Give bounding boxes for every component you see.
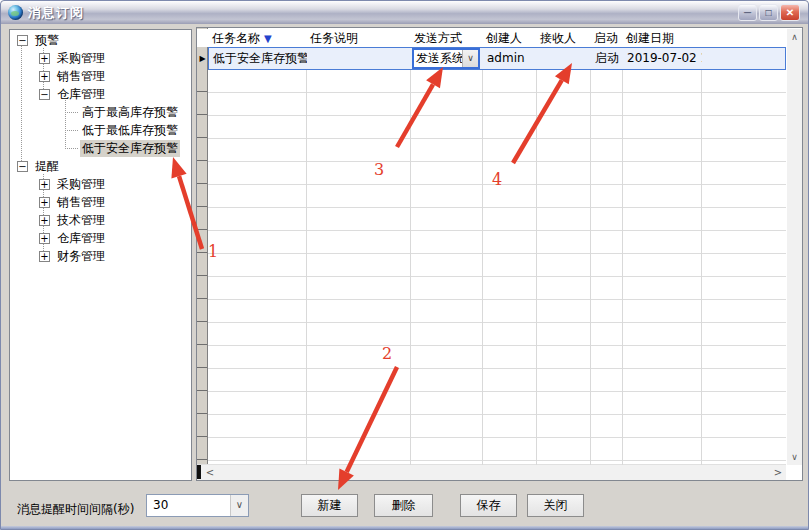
tree-connector	[65, 112, 78, 113]
horizontal-scrollbar[interactable]: < >	[197, 464, 786, 480]
app-globe-icon	[8, 5, 23, 20]
scroll-up-icon[interactable]: ∧	[787, 29, 802, 45]
tree-item-label[interactable]: 销售管理	[55, 68, 107, 85]
task-grid[interactable]: ▶ 任务名称▼任务说明发送方式创建人接收人启动创建日期 低于安全库存预警发送系统…	[196, 27, 803, 481]
collapse-icon[interactable]: −	[17, 161, 28, 172]
expand-icon[interactable]: +	[39, 233, 50, 244]
tree-item-remind[interactable]: −提醒	[10, 158, 189, 175]
tree-item-remind-tech[interactable]: +技术管理	[10, 212, 189, 229]
send-method-value: 发送系统	[414, 50, 462, 67]
tree-item-label[interactable]: 低于最低库存预警	[80, 122, 180, 139]
tree-item-remind-warehouse[interactable]: +仓库管理	[10, 230, 189, 247]
expand-icon[interactable]: +	[39, 71, 50, 82]
tree-item-label[interactable]: 仓库管理	[55, 86, 107, 103]
send-method-combobox[interactable]: 发送系统∨	[412, 48, 480, 69]
sort-desc-icon: ▼	[264, 33, 272, 44]
tree-item-warning-warehouse[interactable]: −仓库管理	[10, 86, 189, 103]
column-header-extra[interactable]	[701, 29, 786, 47]
expand-icon[interactable]: +	[39, 197, 50, 208]
cell-extra[interactable]	[702, 48, 787, 69]
scrollbar-splitter[interactable]	[197, 465, 201, 479]
expand-icon[interactable]: +	[39, 215, 50, 226]
grid-header: 任务名称▼任务说明发送方式创建人接收人启动创建日期	[197, 29, 787, 47]
message-subscription-dialog: 消息订阅 ─ □ ✕ −预警+采购管理+销售管理−仓库管理高于最高库存预警低于最…	[0, 0, 809, 530]
grid-column-line	[536, 47, 537, 465]
tree-item-warning-purchase[interactable]: +采购管理	[10, 50, 189, 67]
collapse-icon[interactable]: −	[17, 35, 28, 46]
tree-item-label[interactable]: 采购管理	[55, 176, 107, 193]
interval-combobox[interactable]: 30 ∨	[146, 494, 249, 517]
tree-item-remind-purchase[interactable]: +采购管理	[10, 176, 189, 193]
grid-empty-rows	[208, 70, 786, 465]
grid-column-line	[410, 47, 411, 465]
column-header-create_date[interactable]: 创建日期	[622, 29, 701, 47]
close-window-button[interactable]: ✕	[780, 4, 800, 21]
message-tree[interactable]: −预警+采购管理+销售管理−仓库管理高于最高库存预警低于最低库存预警低于安全库存…	[9, 29, 192, 481]
column-header-label: 任务说明	[310, 30, 358, 47]
tree-item-label[interactable]: 提醒	[33, 158, 61, 175]
grid-column-line	[701, 47, 702, 465]
column-header-description[interactable]: 任务说明	[306, 29, 410, 47]
cell-create_date[interactable]: 2019-07-02 1	[623, 48, 702, 69]
tree-item-label[interactable]: 技术管理	[55, 212, 107, 229]
new-button[interactable]: 新建	[301, 494, 358, 517]
chevron-down-icon[interactable]: ∨	[230, 495, 248, 516]
minimize-button[interactable]: ─	[738, 4, 757, 21]
tree-item-warning[interactable]: −预警	[10, 32, 189, 49]
column-header-creator[interactable]: 创建人	[482, 29, 536, 47]
tree-item-label[interactable]: 采购管理	[55, 50, 107, 67]
record-selector-column	[197, 28, 208, 465]
column-header-send_method[interactable]: 发送方式	[410, 29, 482, 47]
interval-label: 消息提醒时间间隔(秒)	[17, 501, 134, 518]
close-button[interactable]: 关闭	[527, 494, 584, 517]
interval-value: 30	[147, 495, 230, 516]
column-header-label: 创建人	[486, 30, 522, 47]
collapse-icon[interactable]: −	[39, 89, 50, 100]
tree-item-warning-sales[interactable]: +销售管理	[10, 68, 189, 85]
current-row-marker-icon: ▶	[197, 47, 208, 70]
tree-item-below-safe-stock[interactable]: 低于安全库存预警	[10, 140, 189, 157]
tree-item-label[interactable]: 销售管理	[55, 194, 107, 211]
delete-button[interactable]: 删除	[374, 494, 433, 517]
cell-description[interactable]	[307, 48, 411, 69]
grid-column-line	[306, 47, 307, 465]
grid-column-line	[590, 47, 591, 465]
column-header-receiver[interactable]: 接收人	[536, 29, 590, 47]
tree-item-label[interactable]: 预警	[33, 32, 61, 49]
tree-item-remind-finance[interactable]: +财务管理	[10, 248, 189, 265]
grid-row[interactable]: 低于安全库存预警发送系统∨admin启动2019-07-02 1	[208, 47, 786, 70]
cell-receiver[interactable]	[537, 48, 591, 69]
cell-start[interactable]: 启动	[591, 48, 623, 69]
tree-item-label[interactable]: 仓库管理	[55, 230, 107, 247]
grid-column-line	[622, 47, 623, 465]
tree-connector	[65, 130, 78, 131]
maximize-button[interactable]: □	[759, 4, 778, 21]
tree-connector	[65, 148, 78, 149]
column-header-label: 任务名称	[212, 30, 260, 47]
column-header-label: 接收人	[540, 30, 576, 47]
tree-item-above-max-stock[interactable]: 高于最高库存预警	[10, 104, 189, 121]
vertical-scrollbar[interactable]: ∧ ∨	[787, 29, 802, 465]
cell-task_name[interactable]: 低于安全库存预警	[209, 48, 307, 69]
column-header-label: 启动	[594, 30, 618, 47]
column-header-label: 创建日期	[626, 30, 674, 47]
save-button[interactable]: 保存	[460, 494, 517, 517]
expand-icon[interactable]: +	[39, 179, 50, 190]
window-title: 消息订阅	[28, 4, 84, 22]
expand-icon[interactable]: +	[39, 53, 50, 64]
tree-item-remind-sales[interactable]: +销售管理	[10, 194, 189, 211]
column-header-task_name[interactable]: 任务名称▼	[208, 29, 306, 47]
title-bar[interactable]: 消息订阅 ─ □ ✕	[1, 1, 808, 24]
tree-item-below-min-stock[interactable]: 低于最低库存预警	[10, 122, 189, 139]
chevron-down-icon[interactable]: ∨	[462, 50, 478, 67]
grid-column-line	[482, 47, 483, 465]
column-header-start[interactable]: 启动	[590, 29, 622, 47]
tree-item-label[interactable]: 低于安全库存预警	[80, 140, 180, 157]
cell-creator[interactable]: admin	[483, 48, 537, 69]
scroll-right-icon[interactable]: >	[770, 465, 786, 481]
tree-item-label[interactable]: 财务管理	[55, 248, 107, 265]
expand-icon[interactable]: +	[39, 251, 50, 262]
scroll-down-icon[interactable]: ∨	[787, 449, 802, 465]
scroll-left-icon[interactable]: <	[202, 465, 218, 481]
tree-item-label[interactable]: 高于最高库存预警	[80, 104, 180, 121]
